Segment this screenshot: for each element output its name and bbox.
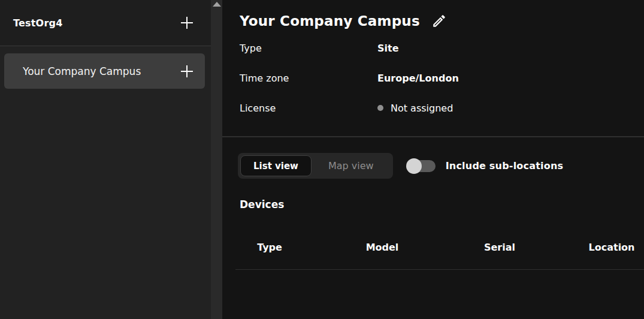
property-row-timezone: Time zone Europe/London [240, 63, 459, 93]
view-switch: List view Map view [238, 153, 393, 179]
locations-sidebar: TestOrg4 Your Company Campus [0, 0, 211, 319]
property-row-type: Type Site [240, 33, 459, 63]
plus-icon[interactable] [181, 17, 193, 29]
sidebar-item-label: Your Company Campus [23, 65, 141, 77]
org-name: TestOrg4 [13, 17, 63, 29]
toggle-knob [406, 158, 422, 174]
column-header-serial[interactable]: Serial [484, 240, 515, 255]
list-view-button[interactable]: List view [240, 155, 312, 176]
property-label: Time zone [240, 73, 377, 84]
sidebar-item-your-company-campus[interactable]: Your Company Campus [4, 53, 205, 89]
location-detail-panel: Your Company Campus Type Site Time zone … [222, 0, 644, 319]
page-title: Your Company Campus [240, 13, 420, 29]
status-dot-icon [377, 105, 383, 111]
sidebar-scrollbar[interactable] [211, 0, 222, 319]
view-controls-row: List view Map view Include sub-locations [238, 153, 563, 179]
property-row-license: License Not assigned [240, 93, 459, 123]
org-header: TestOrg4 [0, 0, 211, 46]
column-header-model[interactable]: Model [366, 240, 399, 255]
plus-icon[interactable] [181, 65, 193, 77]
property-label: License [240, 103, 377, 114]
map-view-button[interactable]: Map view [312, 155, 391, 176]
property-label: Type [240, 43, 377, 54]
property-value: Site [377, 43, 399, 54]
property-value: Europe/London [377, 73, 459, 84]
section-divider [222, 136, 644, 137]
properties-list: Type Site Time zone Europe/London Licens… [240, 33, 459, 123]
title-row: Your Company Campus [240, 13, 447, 29]
column-header-type[interactable]: Type [257, 240, 282, 255]
scroll-up-button[interactable] [211, 0, 222, 10]
triangle-up-icon [213, 2, 221, 7]
devices-heading: Devices [240, 198, 284, 210]
property-value: Not assigned [377, 103, 453, 114]
table-header-divider [235, 269, 644, 270]
include-sublocations-label: Include sub-locations [446, 160, 564, 171]
column-header-location[interactable]: Location [589, 240, 635, 255]
license-status-text: Not assigned [391, 103, 453, 114]
devices-table-header: Type Model Serial Location [222, 240, 644, 255]
pencil-icon[interactable] [431, 13, 447, 29]
include-sublocations-toggle[interactable] [408, 158, 436, 174]
